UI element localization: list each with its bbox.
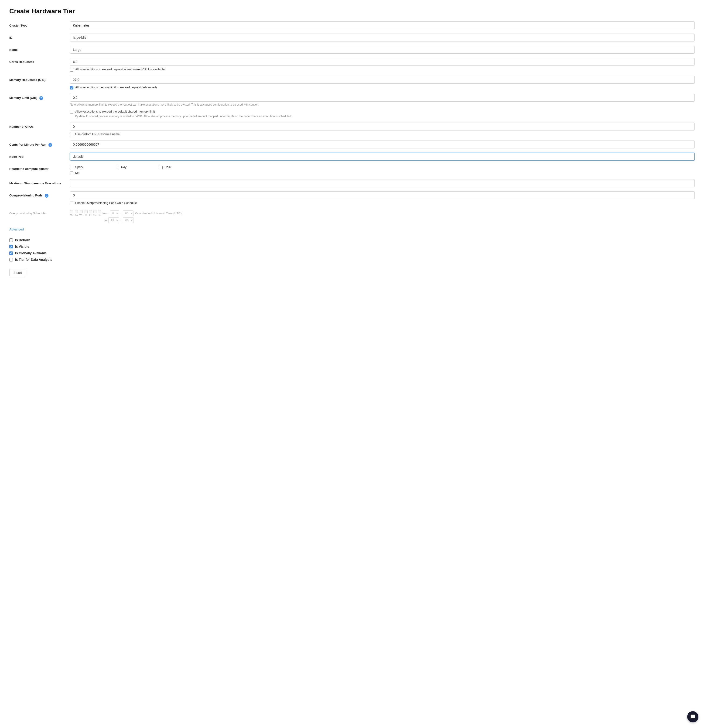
id-field	[70, 33, 695, 42]
overprovisioning-pods-field: Enable Overprovisioning Pods On a Schedu…	[70, 191, 695, 205]
custom-gpu-label: Use custom GPU resource name	[75, 132, 120, 136]
schedule-to-row: to 19 : 00	[70, 217, 695, 223]
day-th-checkbox[interactable]	[85, 210, 88, 213]
day-we-checkbox[interactable]	[80, 210, 83, 213]
day-sa-checkbox[interactable]	[94, 210, 97, 213]
id-row: ID	[9, 33, 695, 42]
ray-row: Ray	[116, 165, 127, 169]
restrict-cluster-label: Restrict to compute cluster	[9, 165, 70, 170]
insert-button[interactable]: Insert	[9, 269, 26, 276]
is-visible-checkbox[interactable]	[9, 245, 13, 248]
from-hour-select[interactable]: 8	[110, 211, 119, 216]
memory-limit-field: Note: Allowing memory limit to exceed th…	[70, 94, 695, 118]
cluster-type-row: Cluster Type	[9, 22, 695, 29]
is-globally-available-row: Is Globally Available	[9, 251, 695, 255]
cluster-type-input[interactable]	[70, 22, 695, 29]
max-simultaneous-row: Maximum Simultaneous Executions	[9, 179, 695, 187]
num-gpus-row: Number of GPUs Use custom GPU resource n…	[9, 123, 695, 136]
mpi-row: Mpi	[70, 171, 695, 175]
day-mo-checkbox[interactable]	[70, 210, 73, 213]
is-tier-for-analysts-label: Is Tier for Data Analysts	[15, 258, 52, 261]
restrict-cluster-field: Spark Ray Dask Mpi	[70, 165, 695, 175]
cores-requested-row: Cores Requested Allow executions to exce…	[9, 58, 695, 72]
memory-requested-input[interactable]	[70, 76, 695, 84]
cores-requested-label: Cores Requested	[9, 58, 70, 64]
num-gpus-label: Number of GPUs	[9, 123, 70, 129]
allow-memory-exceed-label: Allow executions memory limit to exceed …	[75, 85, 157, 89]
dask-checkbox[interactable]	[159, 166, 163, 169]
allow-memory-exceed-row: Allow executions memory limit to exceed …	[70, 85, 695, 90]
num-gpus-input[interactable]	[70, 123, 695, 130]
name-input[interactable]	[70, 46, 695, 53]
cluster-checkboxes: Spark Ray Dask	[70, 165, 695, 169]
memory-limit-help-icon[interactable]: ?	[39, 96, 43, 100]
cents-per-minute-row: Cents Per Minute Per Run ?	[9, 140, 695, 149]
dask-row: Dask	[159, 165, 172, 169]
to-min-select[interactable]: 00	[123, 217, 134, 223]
memory-limit-note: Note: Allowing memory limit to exceed th…	[70, 103, 695, 107]
cents-per-minute-help-icon[interactable]: ?	[48, 143, 52, 147]
day-mo: Mo	[70, 210, 74, 217]
is-visible-label: Is Visible	[15, 245, 29, 248]
allow-cpu-exceed-checkbox[interactable]	[70, 68, 74, 72]
is-tier-for-analysts-checkbox[interactable]	[9, 258, 13, 261]
enable-overprovisioning-row: Enable Overprovisioning Pods On a Schedu…	[70, 201, 695, 205]
enable-overprovisioning-checkbox[interactable]	[70, 202, 74, 205]
actions-row: Insert	[9, 265, 695, 276]
restrict-cluster-row: Restrict to compute cluster Spark Ray Da…	[9, 165, 695, 175]
day-fr: Fr	[89, 210, 92, 217]
node-pool-input[interactable]	[70, 153, 695, 160]
memory-limit-label: Memory Limit (GiB) ?	[9, 94, 70, 100]
is-globally-available-label: Is Globally Available	[15, 251, 46, 255]
utc-label: Coordinated Universal Time (UTC)	[135, 212, 182, 215]
day-su-checkbox[interactable]	[98, 210, 101, 213]
is-default-label: Is Default	[15, 238, 30, 242]
day-th: Th	[85, 210, 88, 217]
day-fr-checkbox[interactable]	[89, 210, 92, 213]
is-globally-available-checkbox[interactable]	[9, 251, 13, 255]
spark-checkbox[interactable]	[70, 166, 74, 169]
allow-shared-memory-checkbox[interactable]	[70, 110, 74, 114]
advanced-checkboxes: Is Default Is Visible Is Globally Availa…	[9, 238, 695, 261]
custom-gpu-row: Use custom GPU resource name	[70, 132, 695, 136]
allow-memory-exceed-checkbox[interactable]	[70, 86, 74, 90]
num-gpus-field: Use custom GPU resource name	[70, 123, 695, 136]
allow-cpu-exceed-row: Allow executions to exceed request when …	[70, 68, 695, 72]
from-min-select[interactable]: 00	[123, 211, 134, 216]
is-default-row: Is Default	[9, 238, 695, 242]
overprovisioning-pods-input[interactable]	[70, 191, 695, 199]
is-default-checkbox[interactable]	[9, 238, 13, 242]
advanced-section: Advanced	[9, 227, 695, 235]
from-label: from	[102, 212, 108, 215]
memory-requested-label: Memory Requested (GiB)	[9, 76, 70, 82]
custom-gpu-checkbox[interactable]	[70, 133, 74, 136]
overprovisioning-pods-label: Overprovisioning Pods ?	[9, 191, 70, 198]
shared-memory-note: By default, shared process memory is lim…	[75, 114, 292, 118]
schedule-days-row: Mo Tu We Th Fr Sa	[70, 210, 695, 217]
memory-requested-row: Memory Requested (GiB) Allow executions …	[9, 76, 695, 90]
name-label: Name	[9, 46, 70, 52]
overprovisioning-pods-help-icon[interactable]: ?	[45, 194, 48, 198]
cores-requested-field: Allow executions to exceed request when …	[70, 58, 695, 72]
allow-shared-memory-row: Allow executions to exceed the default s…	[70, 110, 695, 118]
mpi-label: Mpi	[75, 171, 80, 175]
enable-overprovisioning-label: Enable Overprovisioning Pods On a Schedu…	[75, 201, 137, 205]
mpi-checkbox[interactable]	[70, 172, 74, 175]
is-tier-for-analysts-row: Is Tier for Data Analysts	[9, 258, 695, 261]
ray-checkbox[interactable]	[116, 166, 119, 169]
to-hour-select[interactable]: 19	[108, 217, 119, 223]
id-label: ID	[9, 33, 70, 39]
cluster-type-label: Cluster Type	[9, 22, 70, 27]
memory-limit-input[interactable]	[70, 94, 695, 102]
id-input[interactable]	[70, 33, 695, 42]
cents-per-minute-input[interactable]	[70, 140, 695, 149]
max-simultaneous-input[interactable]	[70, 179, 695, 187]
overprovisioning-schedule-label: Overprovisioning Schedule	[9, 209, 70, 215]
advanced-link[interactable]: Advanced	[9, 227, 24, 231]
day-tu: Tu	[75, 210, 78, 217]
spark-row: Spark	[70, 165, 83, 169]
cores-requested-input[interactable]	[70, 58, 695, 66]
memory-requested-field: Allow executions memory limit to exceed …	[70, 76, 695, 90]
day-sa: Sa	[94, 210, 97, 217]
day-tu-checkbox[interactable]	[75, 210, 78, 213]
